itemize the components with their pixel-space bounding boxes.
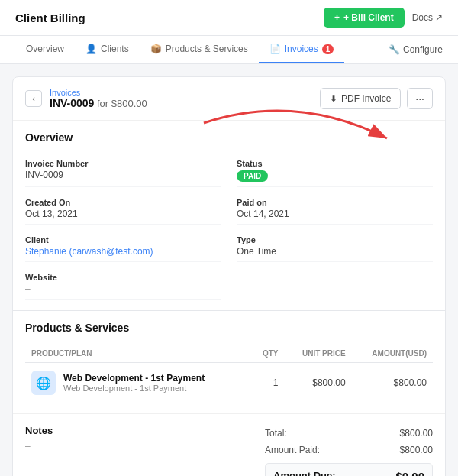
overview-grid: Invoice Number INV-0009 Status PAID Crea… bbox=[25, 154, 433, 300]
tab-overview-label: Overview bbox=[26, 44, 64, 54]
status-row: Status PAID bbox=[237, 154, 433, 187]
type-label: Type bbox=[237, 235, 433, 244]
created-on-value: Oct 13, 2021 bbox=[25, 209, 221, 219]
products-table: PRODUCT/PLAN QTY UNIT PRICE AMOUNT(USD) … bbox=[25, 345, 433, 403]
overview-title: Overview bbox=[25, 131, 433, 144]
totals-paid-label: Amount Paid: bbox=[265, 445, 320, 455]
pdf-invoice-button[interactable]: ⬇ PDF Invoice bbox=[320, 88, 401, 109]
paid-on-value: Oct 14, 2021 bbox=[237, 209, 433, 219]
ellipsis-icon: ··· bbox=[415, 92, 424, 105]
totals-total-label: Total: bbox=[265, 428, 287, 439]
product-unit-price: $800.00 bbox=[284, 363, 351, 403]
clients-icon: 👤 bbox=[85, 44, 97, 54]
notes-area: Notes – bbox=[25, 425, 265, 476]
products-title: Products & Services bbox=[25, 322, 433, 334]
back-button[interactable]: ‹ bbox=[25, 90, 42, 107]
invoice-card: ‹ Invoices INV-0009 for $800.00 ⬇ PDF In… bbox=[12, 76, 446, 476]
invoice-id-line: INV-0009 for $800.00 bbox=[50, 97, 147, 109]
download-icon: ⬇ bbox=[330, 93, 337, 104]
header-right: + + Bill Client Docs ↗ bbox=[324, 8, 443, 28]
configure-label: Configure bbox=[403, 44, 443, 55]
configure-icon: 🔧 bbox=[389, 44, 400, 55]
status-badge-wrapper: PAID bbox=[237, 170, 433, 182]
type-row: Type One Time bbox=[237, 231, 433, 262]
app-header: Client Billing + + Bill Client Docs ↗ bbox=[0, 0, 458, 36]
col-qty: QTY bbox=[250, 345, 284, 363]
invoice-for-amount: for $800.00 bbox=[97, 98, 147, 109]
app-title: Client Billing bbox=[15, 11, 85, 24]
status-label: Status bbox=[237, 159, 433, 168]
product-name: Web Development - 1st Payment bbox=[63, 373, 205, 384]
invoice-nav: ‹ Invoices INV-0009 for $800.00 bbox=[25, 88, 147, 109]
totals-due-value: $0.00 bbox=[395, 470, 424, 476]
products-table-header: PRODUCT/PLAN QTY UNIT PRICE AMOUNT(USD) bbox=[25, 345, 433, 363]
tab-invoices-label: Invoices bbox=[285, 44, 318, 54]
invoices-icon: 📄 bbox=[269, 44, 281, 54]
invoice-number-row: Invoice Number INV-0009 bbox=[25, 154, 221, 187]
invoices-badge: 1 bbox=[322, 44, 334, 54]
docs-label: Docs bbox=[412, 12, 433, 23]
status-badge: PAID bbox=[237, 170, 268, 182]
client-label: Client bbox=[25, 235, 221, 244]
tab-overview[interactable]: Overview bbox=[15, 36, 75, 63]
totals-total-row: Total: $800.00 bbox=[265, 425, 433, 442]
invoice-info: Invoices INV-0009 for $800.00 bbox=[50, 88, 147, 109]
tab-products-label: Products & Services bbox=[166, 44, 248, 54]
client-value[interactable]: Stephanie (carwash@test.com) bbox=[25, 246, 221, 257]
website-row: Website – bbox=[25, 268, 221, 300]
totals-due-label: Amount Due: bbox=[273, 470, 336, 476]
invoice-id: INV-0009 bbox=[50, 97, 94, 109]
docs-link[interactable]: Docs ↗ bbox=[412, 12, 443, 23]
totals-due-row: Amount Due: $0.00 bbox=[265, 463, 433, 476]
paid-on-label: Paid on bbox=[237, 198, 433, 207]
website-label: Website bbox=[25, 273, 221, 282]
col-unit-price: UNIT PRICE bbox=[284, 345, 351, 363]
invoice-header: ‹ Invoices INV-0009 for $800.00 ⬇ PDF In… bbox=[13, 77, 445, 121]
invoice-actions: ⬇ PDF Invoice ··· bbox=[320, 88, 433, 109]
back-icon: ‹ bbox=[32, 94, 35, 103]
bill-client-label: + Bill Client bbox=[344, 12, 394, 23]
notes-value: – bbox=[25, 441, 265, 452]
client-row: Client Stephanie (carwash@test.com) bbox=[25, 231, 221, 262]
product-details: Web Development - 1st Payment Web Develo… bbox=[63, 373, 205, 393]
products-section: Products & Services PRODUCT/PLAN QTY UNI… bbox=[13, 311, 445, 413]
invoice-breadcrumb: Invoices bbox=[50, 88, 147, 97]
more-options-button[interactable]: ··· bbox=[407, 88, 433, 109]
bottom-section: Notes – Total: $800.00 Amount Paid: $800… bbox=[13, 413, 445, 476]
website-value: – bbox=[25, 283, 221, 294]
product-sub: Web Development - 1st Payment bbox=[63, 384, 205, 393]
paid-on-row: Paid on Oct 14, 2021 bbox=[237, 193, 433, 225]
tabs-bar: Overview 👤 Clients 📦 Products & Services… bbox=[0, 36, 458, 64]
totals-total-value: $800.00 bbox=[400, 428, 433, 439]
external-link-icon: ↗ bbox=[435, 12, 443, 23]
product-qty: 1 bbox=[250, 363, 284, 403]
invoice-number-value: INV-0009 bbox=[25, 170, 221, 180]
created-on-label: Created On bbox=[25, 198, 221, 207]
tab-clients-label: Clients bbox=[101, 44, 129, 54]
tab-clients[interactable]: 👤 Clients bbox=[75, 36, 140, 63]
tab-invoices[interactable]: 📄 Invoices 1 bbox=[259, 36, 345, 63]
tab-products-services[interactable]: 📦 Products & Services bbox=[140, 36, 259, 63]
bill-client-button[interactable]: + + Bill Client bbox=[324, 8, 405, 28]
tabs-left: Overview 👤 Clients 📦 Products & Services… bbox=[15, 36, 344, 63]
products-icon: 📦 bbox=[150, 44, 162, 54]
overview-section: Overview Invoice Number INV-0009 Status … bbox=[13, 121, 445, 310]
pdf-label: PDF Invoice bbox=[341, 93, 391, 104]
totals-area: Total: $800.00 Amount Paid: $800.00 Amou… bbox=[265, 425, 433, 476]
col-product: PRODUCT/PLAN bbox=[25, 345, 250, 363]
notes-label: Notes bbox=[25, 425, 265, 436]
col-amount: AMOUNT(USD) bbox=[352, 345, 433, 363]
totals-paid-row: Amount Paid: $800.00 bbox=[265, 442, 433, 458]
product-amount: $800.00 bbox=[352, 363, 433, 403]
configure-button[interactable]: 🔧 Configure bbox=[389, 44, 443, 55]
product-cell: 🌐 Web Development - 1st Payment Web Deve… bbox=[25, 363, 250, 403]
plus-icon: + bbox=[334, 12, 340, 23]
product-icon: 🌐 bbox=[31, 371, 56, 395]
created-on-row: Created On Oct 13, 2021 bbox=[25, 193, 221, 225]
type-value: One Time bbox=[237, 246, 433, 257]
table-row: 🌐 Web Development - 1st Payment Web Deve… bbox=[25, 363, 433, 403]
totals-paid-value: $800.00 bbox=[400, 445, 433, 455]
invoice-number-label: Invoice Number bbox=[25, 159, 221, 168]
main-content: ‹ Invoices INV-0009 for $800.00 ⬇ PDF In… bbox=[0, 64, 458, 476]
